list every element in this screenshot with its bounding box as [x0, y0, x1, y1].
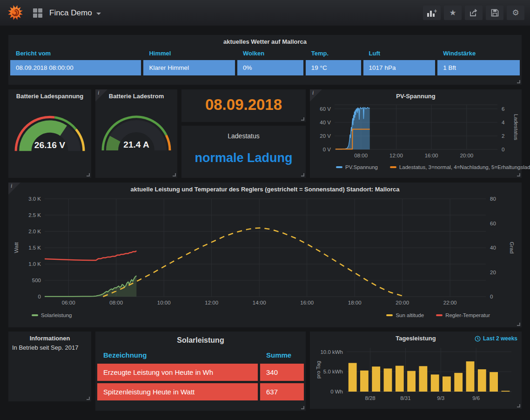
bar-8/31	[407, 371, 416, 392]
series-area	[45, 276, 136, 297]
info-icon[interactable]: i	[310, 89, 322, 102]
panel-gauge-ladestrom: i Batterie Ladestrom 21.4 A	[95, 89, 177, 178]
resize-handle[interactable]	[301, 173, 304, 176]
dashboard-body: aktuelles Wetter auf Mallorca Bericht vo…	[0, 26, 530, 420]
legend-label: Ladestatus, 3=normal, 4=Nachladung, 5=Er…	[399, 164, 530, 170]
bar-8/26	[349, 363, 357, 392]
dashboard: Finca Demo + ★	[0, 0, 530, 420]
panel-title[interactable]: Batterie Ladespannung	[8, 89, 91, 101]
time-range-picker[interactable]: Last 2 weeks	[475, 335, 517, 342]
current-date: 08.09.2018	[181, 96, 306, 114]
main-legend-right: Sun altitudeRegler-Temperatur	[386, 312, 502, 318]
column-header[interactable]: Summe	[260, 351, 304, 359]
panel-weather: aktuelles Wetter auf Mallorca Bericht vo…	[8, 35, 522, 85]
settings-button[interactable]: ⚙	[507, 6, 524, 20]
main-chart[interactable]: 06:0008:0010:0012:0014:0016:0018:0020:00…	[8, 194, 522, 312]
y-tick-label: 0 Wh	[330, 389, 343, 394]
solar-row-desc: Erzeugte Leistung von Heute in Wh	[97, 364, 258, 381]
panel-pv-spannung: i PV-Spannung 08:0012:0016:0020:000 V20 …	[310, 89, 522, 178]
tagesleistung-chart[interactable]: 8/288/319/39/60 Wh5.0 kWh10.0 kWhpro Tag	[310, 343, 522, 405]
y-tick-label: 2.0 K	[28, 229, 41, 234]
legend-item[interactable]: Ladestatus, 3=normal, 4=Nachladung, 5=Er…	[390, 164, 530, 170]
panel-solarleistung-table: Solarleistung Bezeichnung Summe Erzeugte…	[95, 332, 306, 411]
x-tick-label: 12:00	[389, 153, 403, 158]
gauge-svg: 26.16 V	[12, 103, 87, 158]
info-icon[interactable]: i	[8, 183, 20, 195]
x-tick-label: 14:00	[253, 300, 266, 305]
weather-column-header[interactable]: Himmel	[143, 50, 235, 57]
y-tick-label: 500	[32, 278, 41, 283]
weather-column-header[interactable]: Windstärke	[437, 50, 520, 57]
weather-cell: 1017 hPa	[363, 60, 436, 75]
main-legend-left: Solarleistung	[32, 312, 84, 318]
info-icon[interactable]: i	[95, 89, 107, 102]
star-button[interactable]: ★	[444, 6, 462, 20]
y-axis-label: Watt	[13, 242, 19, 253]
bar-9/4	[454, 373, 463, 392]
weather-column-header[interactable]: Bericht vom	[10, 50, 141, 57]
legend-color-swatch	[336, 166, 342, 168]
solar-row-value: 637	[260, 383, 304, 400]
dashboard-grid-icon[interactable]	[31, 6, 45, 20]
x-tick-label: 06:00	[62, 300, 75, 305]
svg-text:+: +	[434, 9, 437, 14]
pv-chart-svg[interactable]: 08:0012:0016:0020:000 V20 V40 V60 V0246L…	[313, 101, 519, 163]
add-panel-button[interactable]: +	[423, 6, 441, 20]
info-text: In Betrieb seit Sep. 2017	[8, 343, 91, 352]
pv-spannung-chart[interactable]: 08:0012:0016:0020:000 V20 V40 V60 V0246L…	[310, 101, 522, 163]
resize-handle[interactable]	[87, 173, 90, 176]
weather-cell: 1 Bft	[437, 60, 520, 75]
weather-column-header[interactable]: Wolken	[237, 50, 303, 57]
panel-title[interactable]: aktuelle Leistung und Temperatur des Reg…	[8, 183, 522, 194]
navbar: Finca Demo + ★	[0, 0, 530, 26]
resize-handle[interactable]	[301, 406, 304, 409]
weather-column-header[interactable]: Luft	[363, 50, 436, 57]
save-button[interactable]	[486, 6, 503, 20]
y-tick-label-right: 60	[490, 221, 496, 226]
weather-table-header: Bericht vomHimmelWolkenTemp.LuftWindstär…	[8, 50, 522, 57]
x-tick-label: 9/3	[437, 395, 444, 401]
bar-9/8	[502, 391, 510, 392]
panel-tagesleistung: Tagesleistung Last 2 weeks 8/288/319/39/…	[310, 332, 522, 409]
y-tick-label-right: 0	[502, 147, 504, 152]
column-header[interactable]: Bezeichnung	[97, 351, 258, 359]
y-tick-label-right: 80	[490, 196, 496, 202]
grafana-logo-icon[interactable]	[7, 5, 24, 21]
gauge-ladestrom: 21.4 A	[95, 101, 177, 162]
resize-handle[interactable]	[517, 80, 520, 83]
resize-handle[interactable]	[301, 117, 304, 121]
x-tick-label: 12:00	[205, 300, 218, 305]
legend-item[interactable]: PV.Spannung	[336, 164, 378, 170]
x-tick-label: 18:00	[348, 300, 362, 305]
daily-chart-svg[interactable]: 8/288/319/39/60 Wh5.0 kWh10.0 kWhpro Tag	[313, 343, 519, 405]
dashboard-title-dropdown[interactable]: Finca Demo	[49, 8, 101, 18]
panel-gauge-ladespannung: Batterie Ladespannung 26.16 V	[8, 89, 91, 178]
x-tick-label: 8/28	[365, 395, 375, 401]
panel-title[interactable]: Informationen	[8, 332, 91, 343]
x-tick-label: 08:00	[109, 300, 123, 305]
resize-handle[interactable]	[173, 173, 176, 176]
x-tick-label: 08:00	[354, 153, 368, 158]
panel-title[interactable]: PV-Spannung	[310, 89, 522, 101]
weather-column-header[interactable]: Temp.	[306, 50, 361, 57]
y-tick-label: 1.5 K	[28, 245, 41, 251]
save-icon	[491, 9, 499, 17]
panel-title[interactable]: aktuelles Wetter auf Mallorca	[8, 35, 522, 47]
bar-8/29	[384, 368, 392, 392]
resize-handle[interactable]	[87, 397, 90, 400]
share-button[interactable]	[465, 6, 483, 20]
main-chart-svg[interactable]: 06:0008:0010:0012:0014:0016:0018:0020:00…	[12, 194, 518, 312]
gauge-ladespannung: 26.16 V	[8, 101, 91, 162]
gauge-svg: 21.4 A	[99, 103, 174, 158]
resize-handle[interactable]	[517, 173, 520, 176]
legend-item[interactable]: Regler-Temperatur	[436, 312, 490, 318]
resize-handle[interactable]	[517, 323, 520, 326]
legend-item[interactable]: Sun altitude	[386, 312, 424, 318]
y-tick-label-right: 40	[490, 245, 496, 251]
y-tick-label: 60 V	[320, 106, 331, 112]
y-tick-label: 20 V	[320, 133, 331, 139]
legend-item[interactable]: Solarleistung	[32, 312, 72, 318]
panel-title[interactable]: Solarleistung	[95, 332, 306, 348]
panel-title[interactable]: Batterie Ladestrom	[95, 89, 177, 101]
resize-handle[interactable]	[517, 404, 520, 407]
